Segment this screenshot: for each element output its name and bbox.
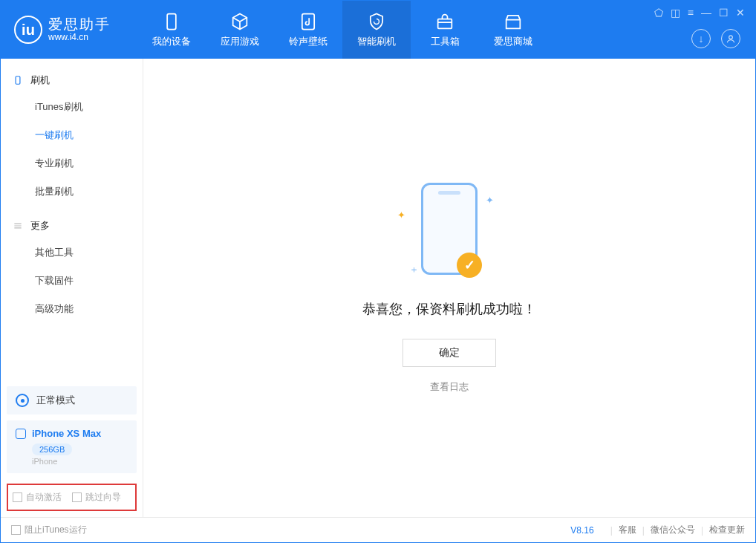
app-url: www.i4.cn	[48, 33, 111, 42]
device-capacity: 256GB	[32, 443, 72, 455]
version-label: V8.16	[570, 525, 593, 536]
sidebar-section-more: 更多	[1, 213, 143, 238]
cube-icon	[229, 11, 250, 32]
shirt-icon[interactable]: ⬠	[654, 7, 663, 19]
sidebar: 刷机 iTunes刷机 一键刷机 专业刷机 批量刷机 更多 其他工具 下载固件 …	[1, 59, 143, 517]
menu-icon[interactable]: ≡	[688, 7, 694, 19]
separator: |	[642, 525, 645, 536]
checkbox-icon	[72, 492, 82, 502]
sidebar-item-advanced[interactable]: 高级功能	[1, 295, 143, 323]
support-link[interactable]: 客服	[619, 524, 636, 536]
footer-left: 阻止iTunes运行	[11, 524, 87, 536]
close-icon[interactable]: ✕	[736, 7, 745, 19]
sidebar-section-flash: 刷机	[1, 68, 143, 93]
svg-rect-0	[167, 14, 176, 30]
window-icon[interactable]: ◫	[671, 7, 680, 19]
view-log-link[interactable]: 查看日志	[430, 380, 469, 394]
bottom-checkboxes: 自动激活 跳过向导	[7, 484, 137, 511]
device-type: iPhone	[32, 457, 128, 466]
mode-box[interactable]: 正常模式	[7, 386, 137, 414]
header-action-icons: ↓	[691, 29, 745, 53]
nav-label: 铃声壁纸	[289, 35, 328, 48]
nav-store[interactable]: 爱思商城	[479, 1, 547, 59]
header-right: ⬠ ◫ ≡ — ☐ ✕ ↓	[651, 1, 748, 59]
svg-rect-4	[16, 77, 20, 85]
mode-dot-icon	[16, 394, 29, 407]
phone-icon	[161, 11, 182, 32]
checkbox-icon	[13, 492, 22, 502]
sidebar-item-batch-flash[interactable]: 批量刷机	[1, 178, 143, 206]
device-name: iPhone XS Max	[32, 428, 101, 439]
list-icon	[13, 221, 23, 231]
mode-label: 正常模式	[36, 394, 75, 407]
logo-text: 爱思助手 www.i4.cn	[48, 17, 111, 42]
main-content: ✦ ✦ ＋ ✓ 恭喜您，保资料刷机成功啦！ 确定 查看日志	[143, 59, 755, 517]
header: iu 爱思助手 www.i4.cn 我的设备 应用游戏 铃声壁纸 智能刷机 工具…	[1, 1, 755, 59]
nav-ringtones[interactable]: 铃声壁纸	[274, 1, 342, 59]
logo[interactable]: iu 爱思助手 www.i4.cn	[1, 16, 124, 44]
section-title: 更多	[30, 219, 50, 233]
toolbox-icon	[434, 11, 455, 32]
nav-label: 智能刷机	[357, 35, 396, 48]
music-file-icon	[298, 11, 319, 32]
device-panel: 正常模式 iPhone XS Max 256GB iPhone	[1, 386, 143, 479]
sparkle-icon: ✦	[397, 209, 405, 221]
success-message: 恭喜您，保资料刷机成功啦！	[362, 300, 536, 318]
sidebar-item-download-firmware[interactable]: 下载固件	[1, 267, 143, 295]
svg-point-3	[729, 36, 733, 39]
separator: |	[701, 525, 703, 536]
nav-label: 爱思商城	[494, 35, 532, 48]
separator: |	[610, 525, 613, 536]
top-nav: 我的设备 应用游戏 铃声壁纸 智能刷机 工具箱 爱思商城	[137, 1, 547, 59]
success-illustration: ✦ ✦ ＋ ✓	[390, 183, 509, 279]
sidebar-item-oneclick-flash[interactable]: 一键刷机	[1, 121, 143, 149]
footer: 阻止iTunes运行 V8.16 | 客服 | 微信公众号 | 检查更新	[1, 517, 755, 542]
section-title: 刷机	[30, 74, 50, 87]
checkbox-auto-activate[interactable]: 自动激活	[13, 491, 62, 504]
check-badge-icon: ✓	[457, 253, 482, 278]
ok-button[interactable]: 确定	[403, 339, 496, 367]
device-name-row: iPhone XS Max	[16, 428, 128, 439]
svg-rect-2	[438, 19, 452, 29]
logo-icon: iu	[14, 16, 42, 44]
checkbox-icon	[11, 525, 21, 535]
nav-label: 工具箱	[431, 35, 460, 48]
window-controls: ⬠ ◫ ≡ — ☐ ✕	[654, 7, 745, 19]
download-icon[interactable]: ↓	[691, 29, 711, 48]
nav-toolbox[interactable]: 工具箱	[411, 1, 479, 59]
sidebar-item-pro-flash[interactable]: 专业刷机	[1, 149, 143, 178]
body: 刷机 iTunes刷机 一键刷机 专业刷机 批量刷机 更多 其他工具 下载固件 …	[1, 59, 755, 517]
svg-rect-1	[302, 14, 314, 30]
nav-label: 我的设备	[152, 35, 191, 48]
nav-apps-games[interactable]: 应用游戏	[206, 1, 274, 59]
store-icon	[503, 11, 524, 32]
sidebar-item-other-tools[interactable]: 其他工具	[1, 238, 143, 267]
check-update-link[interactable]: 检查更新	[709, 524, 745, 536]
device-icon	[13, 75, 23, 85]
footer-right: V8.16 | 客服 | 微信公众号 | 检查更新	[570, 524, 745, 536]
nav-smart-flash[interactable]: 智能刷机	[342, 1, 411, 59]
device-box[interactable]: iPhone XS Max 256GB iPhone	[7, 420, 137, 473]
sparkle-icon: ✦	[486, 195, 494, 206]
checkbox-block-itunes[interactable]: 阻止iTunes运行	[11, 524, 87, 536]
sparkle-icon: ＋	[409, 263, 419, 276]
nav-label: 应用游戏	[221, 35, 259, 48]
app-title: 爱思助手	[48, 17, 111, 33]
phone-icon	[16, 429, 26, 439]
nav-my-device[interactable]: 我的设备	[137, 1, 206, 59]
wechat-link[interactable]: 微信公众号	[651, 524, 695, 536]
shield-refresh-icon	[366, 11, 387, 32]
user-icon[interactable]	[721, 29, 740, 48]
minimize-icon[interactable]: —	[701, 7, 711, 19]
sidebar-item-itunes-flash[interactable]: iTunes刷机	[1, 93, 143, 121]
maximize-icon[interactable]: ☐	[719, 7, 729, 19]
checkbox-skip-guide[interactable]: 跳过向导	[72, 491, 121, 504]
